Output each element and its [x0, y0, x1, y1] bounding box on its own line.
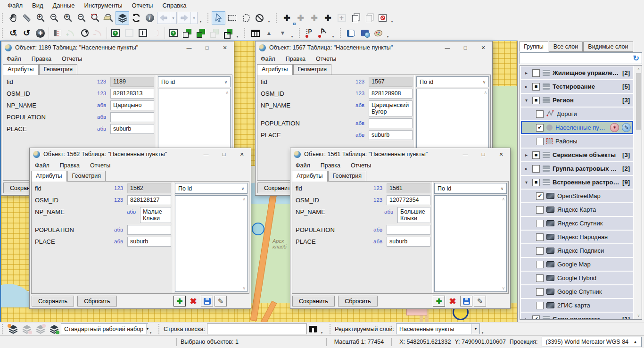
layer-checkbox[interactable] [536, 261, 544, 268]
expander-icon[interactable]: ▸ [523, 84, 529, 89]
scroll-up-icon[interactable]: ∧ [242, 197, 246, 201]
expander-icon[interactable]: ▾ [523, 180, 529, 185]
menu-file[interactable]: Файл [35, 162, 50, 169]
layer-group-row[interactable]: ▸■Сервисные объекты[3] [521, 149, 633, 161]
selected-feature-marker[interactable] [252, 223, 264, 235]
undo-button[interactable]: ↺x [6, 26, 20, 40]
chevron-down-icon[interactable]: ▾ [471, 324, 479, 334]
minimize-button[interactable]: — [438, 41, 456, 54]
layer-row[interactable]: ✔OpenStreetMap [521, 190, 633, 202]
add-object-line-button[interactable]: ✚ [294, 11, 307, 25]
reset-button[interactable]: Сбросить [77, 296, 117, 307]
layer-row[interactable]: Google Спутник [521, 285, 633, 298]
layers-visibility-button[interactable] [116, 11, 129, 25]
scroll-up-icon[interactable]: ∧ [635, 67, 642, 71]
geometry-intersect-button[interactable] [194, 26, 207, 40]
delete-record-button[interactable]: ✖ [446, 296, 459, 307]
reset-button[interactable]: Сбросить [338, 296, 378, 307]
field-value[interactable]: 828128313 [110, 89, 154, 99]
minimize-button[interactable]: — [180, 41, 198, 54]
copy-object-button[interactable] [348, 11, 362, 25]
toolbar-overflow-button[interactable]: ▾ [289, 35, 295, 40]
layer-row[interactable]: 2ГИС карта [521, 299, 633, 312]
toolbar-grip[interactable] [340, 28, 342, 38]
layer-checkbox[interactable] [536, 206, 544, 214]
minimize-button[interactable]: — [456, 148, 474, 160]
add-object-polygon-button[interactable]: ✚ [307, 11, 321, 25]
layer-checkbox[interactable]: ✔ [532, 315, 540, 320]
menu-reports[interactable]: Отчеты [127, 1, 158, 10]
layer-checkbox[interactable] [536, 233, 544, 241]
menu-file[interactable]: Файл [296, 162, 310, 169]
workset-close-button[interactable] [33, 323, 47, 336]
expander-icon[interactable]: ▸ [523, 166, 529, 171]
tab-geometry[interactable]: Геометрия [39, 64, 77, 75]
field-value[interactable]: Царицыно [110, 100, 154, 110]
field-value[interactable]: suburb [127, 237, 171, 247]
menu-data[interactable]: Данные [48, 1, 80, 10]
layer-checkbox[interactable] [532, 165, 540, 173]
save-record-button[interactable] [460, 296, 472, 307]
menu-edit[interactable]: Правка [60, 162, 80, 169]
refresh-layers-icon[interactable]: ↻ [631, 54, 642, 63]
toolbar-grip[interactable] [276, 13, 278, 23]
toolbar-overflow-button[interactable]: ▾ [198, 20, 203, 25]
tab-geometry[interactable]: Геометрия [293, 64, 331, 75]
tab-groups[interactable]: Группы [519, 41, 548, 52]
field-value[interactable]: 120772354 [387, 195, 430, 205]
redo-button[interactable]: ↺ [20, 26, 33, 40]
close-button[interactable]: ✕ [216, 41, 234, 54]
sort-combo[interactable]: По id∨ [416, 76, 489, 87]
remove-arc-button[interactable]: − [91, 26, 105, 40]
layer-search-input[interactable] [520, 54, 631, 63]
geometry-subtract-button[interactable] [221, 26, 235, 40]
scroll-up-icon[interactable]: ∧ [484, 90, 487, 95]
expander-icon[interactable]: ▾ [523, 98, 529, 103]
layer-checkbox[interactable] [536, 274, 544, 282]
zoom-to-layer-button[interactable] [102, 11, 116, 25]
menu-edit[interactable]: Правка [286, 56, 305, 62]
layer-checkbox[interactable] [536, 220, 544, 227]
zoom-in-button[interactable]: + [33, 11, 47, 25]
layer-row[interactable]: Районы [521, 135, 633, 148]
menu-reports[interactable]: Отчеты [90, 162, 110, 169]
add-object-button[interactable]: ✚ [280, 11, 294, 25]
toolbar-overflow-button[interactable]: ▾ [385, 35, 390, 40]
toolbar-grip[interactable] [330, 324, 332, 334]
save-button[interactable]: Сохранить [292, 296, 335, 307]
attribute-table-button[interactable] [248, 26, 262, 40]
layer-checkbox[interactable] [532, 69, 540, 77]
toolbar-grip[interactable] [2, 324, 4, 334]
history-back-button[interactable]: ▾ [157, 12, 177, 24]
refresh-map-button[interactable] [129, 11, 143, 25]
related-objects-list[interactable]: ∧∨ [175, 195, 248, 292]
menu-file[interactable]: Файл [7, 56, 21, 62]
delete-vertex-button[interactable]: P [317, 26, 330, 40]
layer-row-selected[interactable]: ✔Населенные пункты✶✎ [521, 121, 633, 134]
geometry-symdiff-button[interactable] [207, 26, 221, 40]
scrollbar-thumb[interactable] [636, 73, 641, 130]
workset-open-button[interactable] [47, 323, 61, 336]
tab-attributes[interactable]: Атрибуты [31, 171, 67, 182]
menu-file[interactable]: Файл [3, 1, 27, 10]
projection-combo[interactable]: (3395) World Mercator WGS 84▲ [542, 337, 642, 347]
save-button[interactable]: Сохранить [32, 296, 74, 307]
layer-edit-icon[interactable]: ✎ [622, 123, 631, 132]
select-rectangle-button[interactable] [225, 11, 239, 25]
maximize-button[interactable]: □ [474, 148, 492, 160]
edit-record-button[interactable]: ✎ [215, 296, 227, 307]
toolbar-grip[interactable] [299, 28, 301, 38]
paste-object-button[interactable] [362, 11, 376, 25]
expander-icon[interactable]: ▸ [523, 316, 529, 320]
toolbar-grip[interactable] [158, 324, 161, 334]
layer-checkbox[interactable] [536, 302, 544, 309]
field-value[interactable] [369, 118, 413, 128]
menu-reports[interactable]: Отчеты [351, 162, 371, 169]
toolbar-overflow-button[interactable]: ▾ [330, 35, 336, 40]
join-parts-button[interactable] [149, 26, 163, 40]
expander-icon[interactable]: ▸ [523, 70, 529, 75]
maximize-button[interactable]: □ [198, 41, 216, 54]
tab-visible-layers[interactable]: Видимые слои [583, 41, 633, 52]
close-button[interactable]: ✕ [233, 148, 251, 160]
workset-combo[interactable]: Стандартный рабочий набор▾ [61, 323, 148, 334]
